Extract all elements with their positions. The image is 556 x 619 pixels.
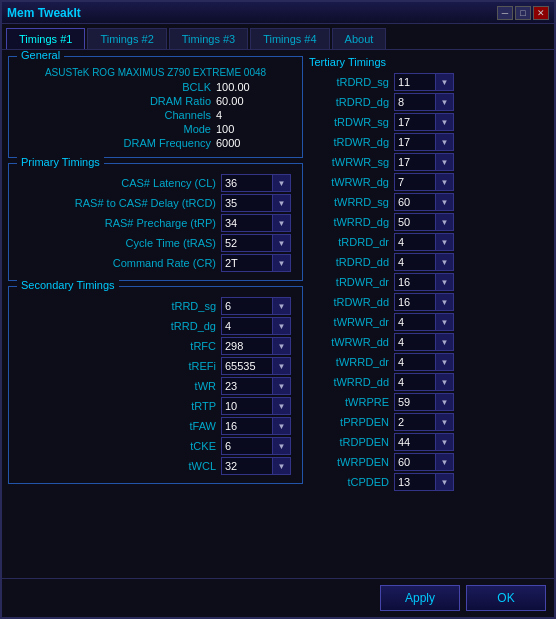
tertiary-wrapper-17: ▼ [394,413,454,431]
tras-input[interactable] [221,234,273,252]
trcd-dropdown[interactable]: ▼ [273,194,291,212]
tertiary-wrapper-8: ▼ [394,233,454,251]
secondary-label-4: tWR [15,380,221,392]
tab-timings1[interactable]: Timings #1 [6,28,85,49]
secondary-input-1[interactable] [221,317,273,335]
cl-input[interactable] [221,174,273,192]
ok-button[interactable]: OK [466,585,546,611]
tertiary-dropdown-12[interactable]: ▼ [436,313,454,331]
tertiary-dropdown-7[interactable]: ▼ [436,213,454,231]
tertiary-row-2: tRDWR_sg ▼ [309,113,548,131]
tertiary-input-20[interactable] [394,473,436,491]
secondary-dropdown-0[interactable]: ▼ [273,297,291,315]
secondary-dropdown-5[interactable]: ▼ [273,397,291,415]
tertiary-input-9[interactable] [394,253,436,271]
tertiary-wrapper-6: ▼ [394,193,454,211]
tertiary-dropdown-5[interactable]: ▼ [436,173,454,191]
cr-dropdown[interactable]: ▼ [273,254,291,272]
tertiary-input-5[interactable] [394,173,436,191]
tertiary-input-2[interactable] [394,113,436,131]
tertiary-dropdown-4[interactable]: ▼ [436,153,454,171]
title-bar: Mem TweakIt ─ □ ✕ [2,2,554,24]
trp-input[interactable] [221,214,273,232]
tertiary-input-19[interactable] [394,453,436,471]
tertiary-input-1[interactable] [394,93,436,111]
tab-timings4[interactable]: Timings #4 [250,28,329,49]
tertiary-label-14: tWRRD_dr [309,356,394,368]
tertiary-dropdown-13[interactable]: ▼ [436,333,454,351]
tertiary-dropdown-19[interactable]: ▼ [436,453,454,471]
secondary-dropdown-6[interactable]: ▼ [273,417,291,435]
secondary-dropdown-4[interactable]: ▼ [273,377,291,395]
secondary-input-8[interactable] [221,457,273,475]
tertiary-dropdown-17[interactable]: ▼ [436,413,454,431]
secondary-dropdown-8[interactable]: ▼ [273,457,291,475]
tertiary-input-7[interactable] [394,213,436,231]
tertiary-input-11[interactable] [394,293,436,311]
dram-freq-label: DRAM Frequency [15,137,216,149]
tertiary-label-8: tRDRD_dr [309,236,394,248]
tertiary-input-17[interactable] [394,413,436,431]
secondary-dropdown-7[interactable]: ▼ [273,437,291,455]
cl-input-wrapper: ▼ [221,174,296,192]
tertiary-input-3[interactable] [394,133,436,151]
trp-dropdown[interactable]: ▼ [273,214,291,232]
cr-input[interactable] [221,254,273,272]
trcd-input[interactable] [221,194,273,212]
secondary-input-7[interactable] [221,437,273,455]
tertiary-input-12[interactable] [394,313,436,331]
secondary-wrapper-0: ▼ [221,297,296,315]
cl-row: CAS# Latency (CL) ▼ [15,174,296,192]
tertiary-input-13[interactable] [394,333,436,351]
tertiary-label-15: tWRRD_dd [309,376,394,388]
tertiary-label-0: tRDRD_sg [309,76,394,88]
apply-button[interactable]: Apply [380,585,460,611]
secondary-input-5[interactable] [221,397,273,415]
secondary-input-3[interactable] [221,357,273,375]
tras-label: Cycle Time (tRAS) [15,237,221,249]
secondary-input-4[interactable] [221,377,273,395]
cl-dropdown[interactable]: ▼ [273,174,291,192]
secondary-dropdown-1[interactable]: ▼ [273,317,291,335]
tras-dropdown[interactable]: ▼ [273,234,291,252]
tertiary-dropdown-8[interactable]: ▼ [436,233,454,251]
tertiary-dropdown-18[interactable]: ▼ [436,433,454,451]
tertiary-dropdown-9[interactable]: ▼ [436,253,454,271]
tertiary-dropdown-20[interactable]: ▼ [436,473,454,491]
secondary-input-2[interactable] [221,337,273,355]
tab-timings2[interactable]: Timings #2 [87,28,166,49]
tab-about[interactable]: About [332,28,387,49]
secondary-dropdown-2[interactable]: ▼ [273,337,291,355]
tertiary-wrapper-20: ▼ [394,473,454,491]
secondary-input-0[interactable] [221,297,273,315]
cr-input-wrapper: ▼ [221,254,296,272]
tertiary-input-16[interactable] [394,393,436,411]
tertiary-input-8[interactable] [394,233,436,251]
tertiary-label-16: tWRPRE [309,396,394,408]
tertiary-input-18[interactable] [394,433,436,451]
tertiary-dropdown-14[interactable]: ▼ [436,353,454,371]
tertiary-input-10[interactable] [394,273,436,291]
tertiary-dropdown-15[interactable]: ▼ [436,373,454,391]
tab-timings3[interactable]: Timings #3 [169,28,248,49]
tertiary-input-14[interactable] [394,353,436,371]
tertiary-dropdown-6[interactable]: ▼ [436,193,454,211]
tertiary-dropdown-1[interactable]: ▼ [436,93,454,111]
tertiary-dropdown-10[interactable]: ▼ [436,273,454,291]
maximize-button[interactable]: □ [515,6,531,20]
tertiary-dropdown-0[interactable]: ▼ [436,73,454,91]
tertiary-input-15[interactable] [394,373,436,391]
close-button[interactable]: ✕ [533,6,549,20]
tertiary-input-0[interactable] [394,73,436,91]
channels-label: Channels [15,109,216,121]
secondary-dropdown-3[interactable]: ▼ [273,357,291,375]
tertiary-dropdown-11[interactable]: ▼ [436,293,454,311]
bclk-label: BCLK [15,81,216,93]
minimize-button[interactable]: ─ [497,6,513,20]
secondary-input-6[interactable] [221,417,273,435]
tertiary-dropdown-3[interactable]: ▼ [436,133,454,151]
tertiary-dropdown-2[interactable]: ▼ [436,113,454,131]
tertiary-input-6[interactable] [394,193,436,211]
tertiary-input-4[interactable] [394,153,436,171]
tertiary-dropdown-16[interactable]: ▼ [436,393,454,411]
